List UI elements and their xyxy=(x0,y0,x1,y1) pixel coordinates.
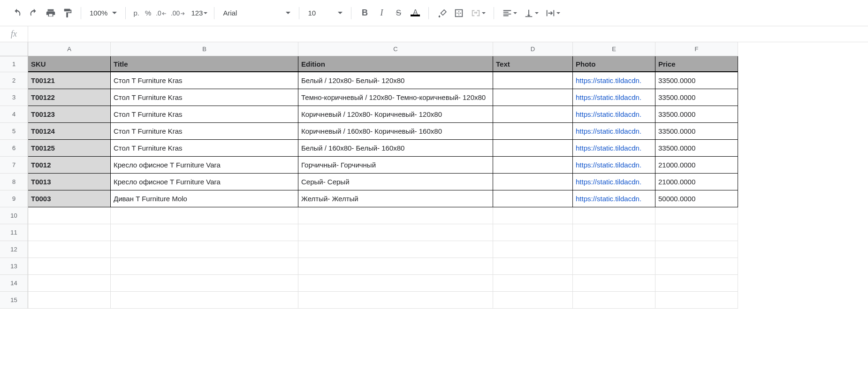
cell[interactable] xyxy=(28,241,111,258)
cell[interactable]: T00125 xyxy=(28,140,111,157)
vertical-align-button[interactable] xyxy=(520,5,542,22)
print-button[interactable] xyxy=(42,5,59,22)
link[interactable]: https://static.tildacdn. xyxy=(576,178,641,186)
cell[interactable] xyxy=(573,258,655,275)
cell[interactable]: https://static.tildacdn. xyxy=(573,140,655,157)
cell[interactable]: https://static.tildacdn. xyxy=(573,157,655,174)
cell[interactable] xyxy=(111,241,298,258)
cell[interactable]: Кресло офисное T Furniture Vara xyxy=(111,174,298,190)
cell[interactable] xyxy=(111,224,298,241)
row-header[interactable]: 7 xyxy=(0,157,28,174)
italic-button[interactable]: I xyxy=(373,5,390,22)
header-cell[interactable]: Title xyxy=(111,56,298,72)
cell[interactable]: https://static.tildacdn. xyxy=(573,72,655,89)
cell[interactable] xyxy=(493,174,573,190)
column-header-D[interactable]: D xyxy=(493,42,573,56)
cell[interactable]: https://static.tildacdn. xyxy=(573,174,655,190)
cell[interactable] xyxy=(28,224,111,241)
cell[interactable]: Темно-коричневый / 120x80- Темно-коричне… xyxy=(298,89,493,106)
link[interactable]: https://static.tildacdn. xyxy=(576,76,641,84)
cell[interactable]: 33500.0000 xyxy=(655,72,738,89)
cell[interactable]: 33500.0000 xyxy=(655,89,738,106)
cell[interactable]: Коричневый / 120x80- Коричневый- 120x80 xyxy=(298,106,493,123)
cell[interactable] xyxy=(28,207,111,224)
more-formats-dropdown[interactable]: 123 xyxy=(187,5,209,22)
cell[interactable] xyxy=(573,207,655,224)
cell[interactable] xyxy=(573,241,655,258)
row-header[interactable]: 1 xyxy=(0,56,28,72)
cell[interactable]: Серый- Серый xyxy=(298,174,493,190)
select-all-corner[interactable] xyxy=(0,42,28,56)
cell[interactable] xyxy=(493,89,573,106)
undo-button[interactable] xyxy=(8,5,25,22)
cell[interactable] xyxy=(655,207,738,224)
cell[interactable] xyxy=(298,275,493,292)
cell[interactable]: T0013 xyxy=(28,174,111,190)
cell[interactable]: 21000.0000 xyxy=(655,157,738,174)
cell[interactable]: https://static.tildacdn. xyxy=(573,89,655,106)
cell[interactable]: Горчичный- Горчичный xyxy=(298,157,493,174)
cell[interactable] xyxy=(493,275,573,292)
formula-input[interactable] xyxy=(28,26,868,42)
cell[interactable] xyxy=(28,275,111,292)
row-header[interactable]: 15 xyxy=(0,292,28,309)
link[interactable]: https://static.tildacdn. xyxy=(576,93,641,101)
format-currency-button[interactable]: р. xyxy=(130,9,142,17)
header-cell[interactable]: Photo xyxy=(573,56,655,72)
zoom-dropdown[interactable]: 100% xyxy=(86,5,121,22)
format-percent-button[interactable]: % xyxy=(142,9,154,17)
cell[interactable]: Стол T Furniture Kras xyxy=(111,89,298,106)
cell[interactable] xyxy=(493,72,573,89)
cell[interactable] xyxy=(493,241,573,258)
cell[interactable] xyxy=(573,224,655,241)
borders-button[interactable] xyxy=(450,5,467,22)
text-wrap-button[interactable] xyxy=(542,5,563,22)
link[interactable]: https://static.tildacdn. xyxy=(576,144,641,152)
row-header[interactable]: 4 xyxy=(0,106,28,123)
cell[interactable] xyxy=(28,292,111,309)
cell[interactable]: Желтый- Желтый xyxy=(298,190,493,207)
cell[interactable] xyxy=(298,207,493,224)
row-header[interactable]: 12 xyxy=(0,241,28,258)
cell[interactable] xyxy=(298,292,493,309)
cell[interactable] xyxy=(493,157,573,174)
cell[interactable] xyxy=(493,292,573,309)
cell[interactable]: T00123 xyxy=(28,106,111,123)
header-cell[interactable]: Text xyxy=(493,56,573,72)
cell[interactable]: Стол T Furniture Kras xyxy=(111,140,298,157)
cell[interactable]: T00122 xyxy=(28,89,111,106)
cell[interactable] xyxy=(655,224,738,241)
cell[interactable] xyxy=(573,292,655,309)
row-header[interactable]: 14 xyxy=(0,275,28,292)
cell[interactable] xyxy=(493,123,573,140)
row-header[interactable]: 9 xyxy=(0,190,28,207)
row-header[interactable]: 3 xyxy=(0,89,28,106)
cell[interactable]: https://static.tildacdn. xyxy=(573,190,655,207)
cell[interactable]: T0003 xyxy=(28,190,111,207)
fill-color-button[interactable] xyxy=(434,5,450,22)
row-header[interactable]: 8 xyxy=(0,174,28,190)
cell[interactable]: Кресло офисное T Furniture Vara xyxy=(111,157,298,174)
cell[interactable] xyxy=(111,292,298,309)
cell[interactable] xyxy=(493,207,573,224)
cell[interactable]: Диван T Furniture Molo xyxy=(111,190,298,207)
cell[interactable]: Стол T Furniture Kras xyxy=(111,72,298,89)
link[interactable]: https://static.tildacdn. xyxy=(576,195,641,203)
strikethrough-button[interactable]: S xyxy=(390,5,407,22)
header-cell[interactable]: SKU xyxy=(28,56,111,72)
cell[interactable] xyxy=(493,258,573,275)
cell[interactable]: 33500.0000 xyxy=(655,140,738,157)
cell[interactable] xyxy=(28,258,111,275)
cell[interactable] xyxy=(655,258,738,275)
cell[interactable] xyxy=(298,258,493,275)
text-color-button[interactable]: A xyxy=(407,5,424,22)
cell[interactable] xyxy=(111,258,298,275)
cell[interactable] xyxy=(111,207,298,224)
row-header[interactable]: 2 xyxy=(0,72,28,89)
row-header[interactable]: 11 xyxy=(0,224,28,241)
cell[interactable] xyxy=(655,275,738,292)
cell[interactable]: Белый / 160x80- Белый- 160x80 xyxy=(298,140,493,157)
cell[interactable]: Коричневый / 160x80- Коричневый- 160x80 xyxy=(298,123,493,140)
column-header-A[interactable]: A xyxy=(28,42,111,56)
cell[interactable] xyxy=(298,241,493,258)
